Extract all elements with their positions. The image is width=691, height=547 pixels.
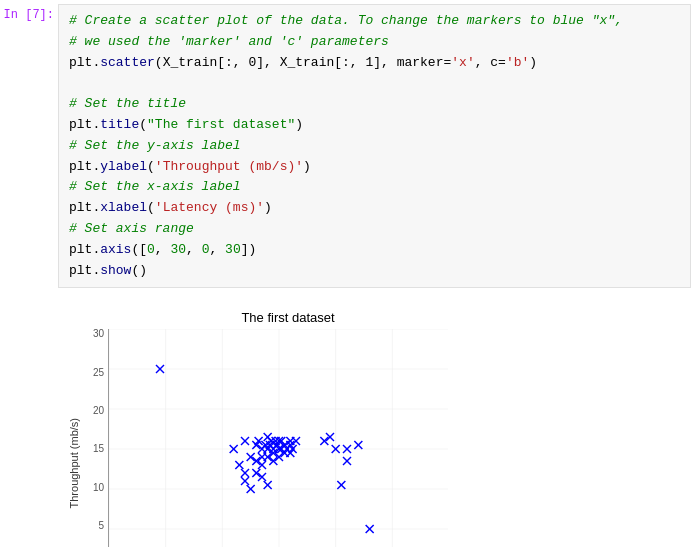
code-line: # Set the x-axis label (69, 177, 680, 198)
scatter-point (258, 473, 266, 481)
scatter-point (241, 437, 249, 445)
code-line: plt.xlabel('Latency (ms)') (69, 198, 680, 219)
scatter-point (258, 461, 266, 469)
code-line: # Set the y-axis label (69, 136, 680, 157)
scatter-point (326, 433, 334, 441)
code-line: # Set axis range (69, 219, 680, 240)
scatter-point (252, 457, 260, 465)
code-line: # we used the 'marker' and 'c' parameter… (69, 32, 680, 53)
scatter-point (235, 461, 243, 469)
scatter-point (292, 437, 300, 445)
y-tick: 15 (84, 444, 104, 454)
scatter-point (264, 453, 272, 461)
plot-title: The first dataset (68, 310, 508, 325)
code-line: # Create a scatter plot of the data. To … (69, 11, 680, 32)
scatter-point (241, 477, 249, 485)
scatter-point (343, 457, 351, 465)
y-tick: 10 (84, 483, 104, 493)
y-ticks: 051015202530 (84, 329, 108, 547)
y-tick: 30 (84, 329, 104, 339)
scatter-plot (108, 329, 508, 547)
code-line: plt.title("The first dataset") (69, 115, 680, 136)
y-axis-label: Throughput (mb/s) (68, 418, 80, 508)
cell-code: # Create a scatter plot of the data. To … (58, 4, 691, 288)
scatter-point (269, 457, 277, 465)
code-line: plt.show() (69, 261, 680, 282)
scatter-svg (108, 329, 448, 547)
plot-output: The first dataset Throughput (mb/s) 0510… (58, 300, 518, 547)
plot-axes-wrapper: 051015202530 051015202530 Latency (ms) (84, 329, 508, 547)
scatter-point (320, 437, 328, 445)
code-cell: In [7]: # Create a scatter plot of the d… (0, 0, 691, 292)
code-line: plt.scatter(X_train[:, 0], X_train[:, 1]… (69, 53, 680, 74)
scatter-point (354, 441, 362, 449)
scatter-point (264, 481, 272, 489)
axes-row: 051015202530 (84, 329, 508, 547)
scatter-point (241, 469, 249, 477)
scatter-point (247, 453, 255, 461)
scatter-point (269, 449, 277, 457)
y-tick: 20 (84, 406, 104, 416)
scatter-point (252, 469, 260, 477)
plot-container: Throughput (mb/s) 051015202530 051015202… (68, 329, 508, 547)
scatter-point (337, 481, 345, 489)
code-line: # Set the title (69, 94, 680, 115)
y-tick: 25 (84, 368, 104, 378)
cell-label: In [7]: (0, 4, 58, 288)
y-tick: 5 (84, 521, 104, 531)
code-line: plt.ylabel('Throughput (mb/s)') (69, 157, 680, 178)
code-line: plt.axis([0, 30, 0, 30]) (69, 240, 680, 261)
code-line (69, 73, 680, 94)
